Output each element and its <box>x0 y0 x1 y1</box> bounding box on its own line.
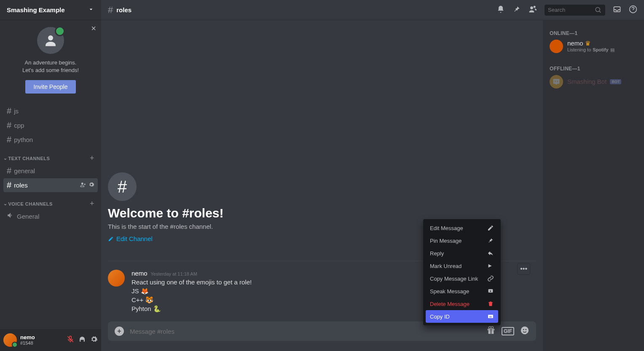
member-nemo[interactable]: nemo ♛ Listening to Spotify ▤ <box>546 38 641 55</box>
member-name: Smashing Bot <box>567 78 606 86</box>
ctx-label: Delete Message <box>430 301 470 307</box>
user-avatar[interactable] <box>3 333 17 347</box>
voice-channels-category[interactable]: ⌄ VOICE CHANNELS + <box>0 193 101 209</box>
ctx-copy-link[interactable]: Copy Message Link <box>426 272 498 285</box>
category-label: VOICE CHANNELS <box>8 201 53 206</box>
svg-point-11 <box>521 327 529 334</box>
invite-avatar <box>37 27 64 54</box>
link-icon <box>487 275 494 282</box>
edit-channel-label: Edit Channel <box>116 235 153 242</box>
hash-icon: # <box>108 172 137 201</box>
channel-roles[interactable]: # roles <box>3 178 98 192</box>
add-channel-icon[interactable]: + <box>90 154 98 163</box>
notifications-icon[interactable] <box>496 5 505 15</box>
ctx-edit-message[interactable]: Edit Message <box>426 222 498 234</box>
edit-channel-link[interactable]: Edit Channel <box>108 235 153 242</box>
ctx-label: Mark Unread <box>430 263 462 269</box>
hash-icon: # <box>108 5 113 16</box>
text-channels-category[interactable]: ⌄ TEXT CHANNELS + <box>0 147 101 163</box>
emoji-icon[interactable] <box>520 326 529 337</box>
help-icon[interactable] <box>629 5 637 15</box>
add-channel-icon[interactable]: + <box>90 199 98 208</box>
members-icon[interactable] <box>529 5 537 15</box>
server-name: Smashing Example <box>7 6 65 13</box>
mute-icon[interactable] <box>67 335 74 345</box>
main-area: # roles # Welcome to #roles! This is the… <box>101 0 644 351</box>
category-label: TEXT CHANNELS <box>8 156 50 161</box>
svg-point-12 <box>523 329 524 330</box>
svg-point-2 <box>530 6 533 9</box>
message-actions-button[interactable]: ••• <box>517 263 530 275</box>
member-status-app: Spotify <box>593 47 608 53</box>
settings-icon[interactable] <box>90 335 98 345</box>
svg-point-10 <box>491 327 494 329</box>
hash-icon: # <box>7 121 11 130</box>
ctx-label: Edit Message <box>430 225 463 231</box>
search-icon <box>595 6 602 14</box>
close-icon[interactable]: × <box>91 24 96 33</box>
channel-general[interactable]: # general <box>3 164 98 178</box>
member-avatar <box>550 75 563 88</box>
user-panel: nemo #1548 <box>0 329 101 351</box>
message-timestamp: Yesterday at 11:18 AM <box>151 271 197 276</box>
voice-channel-general[interactable]: General <box>3 209 98 223</box>
ctx-label: Copy Message Link <box>430 276 478 282</box>
member-name: nemo <box>567 40 583 47</box>
invite-text-2: Let's add some friends! <box>7 67 94 74</box>
ctx-label: Speak Message <box>430 288 469 295</box>
gift-icon[interactable] <box>486 326 496 337</box>
channel-sidebar: Smashing Example × An adventure begins. … <box>0 0 101 351</box>
channel-python[interactable]: # python <box>3 133 98 147</box>
deafen-icon[interactable] <box>78 335 86 345</box>
svg-point-0 <box>48 35 53 40</box>
user-tag: #1548 <box>20 340 67 346</box>
svg-text:ID: ID <box>489 316 492 318</box>
member-smashing-bot[interactable]: Smashing Bot BOT <box>546 73 641 90</box>
inbox-icon[interactable] <box>613 5 621 15</box>
svg-point-3 <box>596 7 600 11</box>
bot-badge: BOT <box>610 79 621 85</box>
svg-point-13 <box>525 329 526 330</box>
ctx-reply[interactable]: Reply <box>426 247 498 260</box>
search-input[interactable] <box>548 7 595 13</box>
server-header[interactable]: Smashing Example <box>0 0 101 20</box>
hash-icon: # <box>7 180 11 190</box>
offline-category: OFFLINE—1 <box>546 62 641 73</box>
member-list: ONLINE—1 nemo ♛ Listening to Spotify ▤ O… <box>543 20 644 351</box>
gear-icon[interactable] <box>89 182 94 189</box>
ctx-label: Pin Message <box>430 238 462 244</box>
member-avatar <box>550 40 563 53</box>
gif-icon[interactable]: GIF <box>502 327 514 335</box>
message-avatar[interactable] <box>108 270 125 287</box>
message-input[interactable] <box>130 328 480 335</box>
channel-label: python <box>14 136 33 143</box>
channel-label: roles <box>14 182 28 189</box>
invite-icon[interactable] <box>80 182 86 189</box>
invite-panel: × An adventure begins. Let's add some fr… <box>0 20 101 100</box>
welcome-title: Welcome to #roles! <box>108 206 536 220</box>
ctx-label: Copy ID <box>430 313 450 320</box>
ctx-delete-message[interactable]: Delete Message <box>426 297 498 310</box>
ctx-speak-message[interactable]: Speak Message <box>426 285 498 297</box>
channel-label: General <box>17 213 39 220</box>
pin-icon[interactable] <box>513 5 521 15</box>
top-bar: # roles <box>101 0 644 20</box>
id-icon: ID <box>487 313 494 320</box>
reply-icon <box>487 250 494 257</box>
channel-cpp[interactable]: # cpp <box>3 118 98 132</box>
ctx-pin-message[interactable]: Pin Message <box>426 234 498 247</box>
speak-icon <box>487 288 494 295</box>
attach-icon[interactable]: + <box>115 327 124 336</box>
speaker-icon <box>7 212 14 221</box>
ctx-copy-id[interactable]: Copy ID ID <box>426 310 498 323</box>
ctx-label: Reply <box>430 250 444 257</box>
channel-label: general <box>14 167 35 174</box>
channel-js[interactable]: # js <box>3 104 98 118</box>
message-author[interactable]: nemo <box>131 270 148 277</box>
hash-icon: # <box>7 166 11 176</box>
unread-icon <box>487 263 494 269</box>
search-box[interactable] <box>545 5 605 16</box>
ctx-mark-unread[interactable]: Mark Unread <box>426 260 498 272</box>
invite-people-button[interactable]: Invite People <box>25 80 76 94</box>
channel-list: # js # cpp # python ⌄ TEXT CHANNELS + # … <box>0 100 101 329</box>
